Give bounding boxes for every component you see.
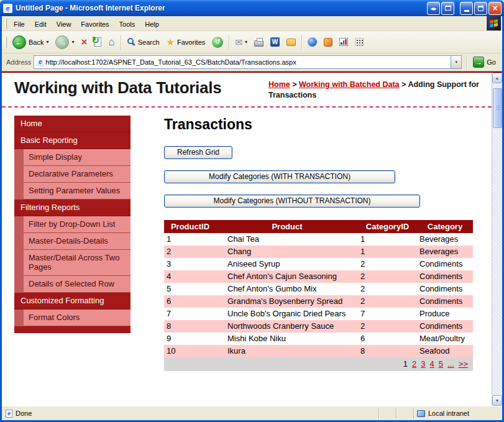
pager-page-5[interactable]: 5: [439, 359, 443, 369]
scrollbar-thumb[interactable]: [493, 88, 502, 128]
forward-button[interactable]: → ▾: [52, 33, 77, 52]
scroll-down-button[interactable]: ▼: [492, 395, 502, 406]
back-label: Back: [29, 39, 44, 46]
grid-cell: Aniseed Syrup: [216, 258, 358, 270]
breadcrumb: Home > Working with Batched Data > Addin…: [268, 78, 483, 101]
close-button[interactable]: ×: [488, 2, 502, 15]
grid-cell: 3: [164, 258, 216, 270]
forward-dropdown-caret[interactable]: ▾: [71, 39, 74, 45]
status-bar: e Done Local intranet: [2, 406, 502, 420]
sidebar-item-format-colors[interactable]: Format Colors: [24, 310, 131, 326]
home-button[interactable]: ⌂: [105, 34, 117, 50]
minimize-button[interactable]: [460, 2, 473, 15]
status-panel-2: [396, 408, 412, 419]
back-dropdown-caret[interactable]: ▾: [46, 39, 48, 45]
grid-row-9: 9Mishi Kobe Niku6Meat/Poultry: [164, 333, 473, 345]
scrollbar-track[interactable]: [492, 83, 502, 395]
menu-bar: FileEditViewFavoritesToolsHelp: [2, 16, 502, 31]
search-button[interactable]: Search: [124, 35, 163, 49]
maximize-button[interactable]: [474, 2, 487, 15]
menu-favorites[interactable]: Favorites: [76, 18, 114, 30]
modify-with-transaction-button[interactable]: Modify Categories (WITH TRANSACTION): [164, 170, 395, 183]
pager-page-2[interactable]: 2: [412, 359, 416, 369]
sidebar-item-master-details-details[interactable]: Master-Details-Details: [24, 233, 131, 250]
toolbar-separator: [229, 35, 229, 50]
print-icon: [254, 40, 263, 47]
messenger-button[interactable]: [305, 35, 320, 49]
window-icon: [445, 6, 451, 11]
pager-next-link[interactable]: >>: [459, 359, 468, 369]
titlebar-window-button[interactable]: [441, 2, 454, 15]
research-icon: [324, 38, 332, 47]
grid-row-8: 8Northwoods Cranberry Sauce2Condiments: [164, 320, 473, 333]
refresh-grid-button[interactable]: Refresh Grid: [164, 146, 232, 159]
breadcrumb-home[interactable]: Home: [268, 80, 290, 89]
sidebar-item-details-of-selected-row[interactable]: Details of Selected Row: [24, 276, 131, 293]
go-label: Go: [487, 58, 496, 66]
address-dropdown-button[interactable]: ▾: [451, 56, 461, 68]
sidebar-item-customized-formatting[interactable]: Customized Formatting: [14, 293, 131, 310]
pager-page-4[interactable]: 4: [430, 359, 434, 369]
search-label: Search: [138, 39, 160, 46]
grid-cell: 8: [358, 345, 417, 357]
sidebar-item-home[interactable]: Home: [14, 116, 131, 132]
grid-cell: Condiments: [417, 295, 473, 308]
favorites-button[interactable]: ★ Favorites: [163, 35, 209, 49]
pager-ellipsis-link[interactable]: ...: [447, 359, 454, 369]
status-text: Done: [16, 410, 32, 417]
grid-cell: Condiments: [417, 320, 473, 333]
sidebar-item-simple-display[interactable]: Simple Display: [24, 149, 131, 166]
mail-button[interactable]: ✉▾: [232, 35, 250, 49]
status-panel-1: [378, 408, 395, 419]
discuss-button[interactable]: [283, 36, 299, 48]
grid-cell: 9: [164, 333, 216, 345]
title-bar[interactable]: e Untitled Page - Microsoft Internet Exp…: [0, 0, 504, 16]
done-page-icon: e: [6, 410, 12, 418]
security-zone-panel: Local intranet: [413, 408, 500, 419]
menu-help[interactable]: Help: [140, 18, 164, 30]
grid-cell: Condiments: [417, 258, 473, 270]
address-label: Address: [6, 58, 31, 66]
menu-file[interactable]: File: [9, 18, 30, 30]
sidebar-item-basic-reporting[interactable]: Basic Reporting: [14, 132, 131, 149]
grid-column-product: Product: [216, 220, 358, 233]
go-button[interactable]: → Go: [471, 55, 500, 69]
stop-button[interactable]: ×: [78, 34, 91, 50]
grid-cell: 2: [358, 258, 417, 270]
browser-window: e Untitled Page - Microsoft Internet Exp…: [0, 0, 504, 422]
menu-view[interactable]: View: [52, 18, 76, 30]
products-grid: ProductIDProductCategoryIDCategory 1Chai…: [164, 220, 473, 371]
grid-cell: Chef Anton's Cajun Seasoning: [216, 270, 358, 283]
menu-tools[interactable]: Tools: [114, 18, 140, 30]
grid-cell: Chang: [216, 245, 358, 258]
edit-with-word-button[interactable]: W: [267, 35, 283, 49]
breadcrumb-separator: >: [400, 80, 408, 89]
grid-tool-button[interactable]: [352, 35, 367, 48]
vertical-scrollbar[interactable]: ▲ ▼: [492, 73, 502, 406]
sidebar-item-setting-parameter-values[interactable]: Setting Parameter Values: [24, 183, 131, 200]
menu-grip-handle[interactable]: [5, 18, 7, 29]
scroll-up-button[interactable]: ▲: [492, 73, 502, 83]
back-button[interactable]: ← Back ▾: [9, 33, 52, 52]
address-input[interactable]: [44, 56, 451, 68]
chart-tool-button[interactable]: [336, 35, 351, 48]
print-button[interactable]: [251, 35, 267, 49]
modify-without-transaction-button[interactable]: Modify Categories (WITHOUT TRANSACTION): [164, 195, 420, 208]
sidebar-item-master-detail-across-two-pages[interactable]: Master/Detail Across Two Pages: [24, 250, 131, 276]
grid-cell: 7: [358, 308, 417, 320]
research-button[interactable]: [321, 35, 336, 49]
menu-edit[interactable]: Edit: [30, 18, 52, 30]
toolbar-grip-handle[interactable]: [5, 37, 7, 48]
window-frame: FileEditViewFavoritesToolsHelp ← Back ▾ …: [0, 16, 504, 422]
sidebar-item-declarative-parameters[interactable]: Declarative Parameters: [24, 166, 131, 183]
refresh-button[interactable]: ↻: [91, 35, 104, 49]
titlebar-arrows-button[interactable]: ◂▸: [427, 2, 440, 15]
history-button[interactable]: ↺: [209, 34, 226, 50]
grid-cell: 2: [164, 245, 216, 258]
minimize-icon: [464, 10, 469, 12]
sidebar-item-filtering-reports[interactable]: Filtering Reports: [14, 200, 131, 216]
mail-dropdown-caret[interactable]: ▾: [245, 39, 247, 45]
sidebar-item-filter-by-drop-down-list[interactable]: Filter by Drop-Down List: [24, 216, 131, 233]
breadcrumb-working-with-batched-data[interactable]: Working with Batched Data: [299, 80, 400, 89]
pager-page-3[interactable]: 3: [421, 359, 425, 369]
